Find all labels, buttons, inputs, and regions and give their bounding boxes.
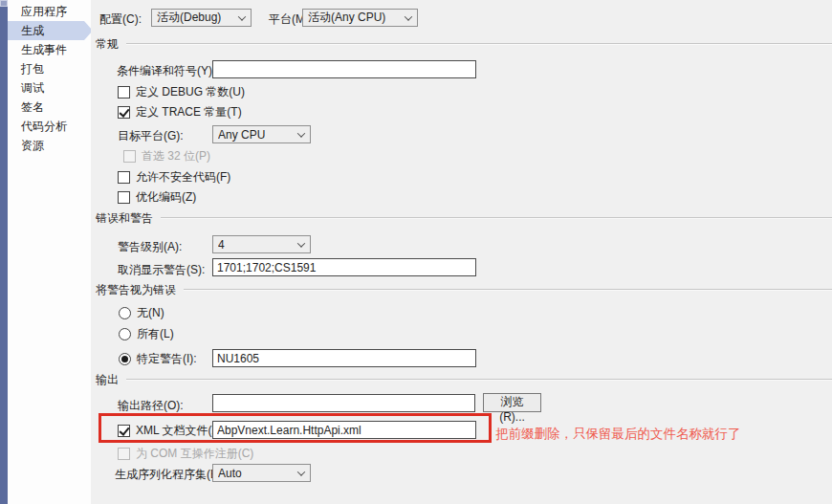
output-path-label: 输出路径(O): <box>118 398 184 414</box>
sidebar-item-resources[interactable]: 资源 <box>8 136 91 155</box>
platform-dropdown-value: 活动(Any CPU) <box>308 10 385 26</box>
chevron-down-icon <box>405 12 412 20</box>
treat-warnings-specific-label: 特定警告(I): <box>137 351 197 367</box>
serialization-assembly-dropdown[interactable]: Auto <box>212 464 311 482</box>
properties-sidebar: 应用程序 生成 生成事件 打包 调试 签名 代码分析 资源 <box>8 0 91 504</box>
configuration-dropdown-value: 活动(Debug) <box>157 10 221 26</box>
chevron-down-icon <box>297 468 305 475</box>
sidebar-item-package[interactable]: 打包 <box>8 59 91 78</box>
xml-doc-input[interactable] <box>212 421 476 439</box>
define-trace-label: 定义 TRACE 常量(T) <box>136 104 242 121</box>
output-path-input[interactable] <box>212 394 475 412</box>
section-errors-warnings-title: 错误和警告 <box>96 210 153 227</box>
specific-warnings-input[interactable] <box>212 349 476 367</box>
treat-warnings-all-radio[interactable]: 所有(L) <box>119 326 174 342</box>
define-trace-checkbox[interactable]: 定义 TRACE 常量(T) <box>118 104 242 121</box>
checkbox-unchecked-icon <box>118 191 130 204</box>
sidebar-item-application[interactable]: 应用程序 <box>8 2 91 21</box>
sidebar-item-build[interactable]: 生成 <box>8 21 84 40</box>
section-general-title: 常规 <box>96 36 119 53</box>
suppress-warnings-label: 取消显示警告(S): <box>118 262 205 278</box>
checkbox-unchecked-icon <box>118 171 130 184</box>
treat-warnings-none-radio[interactable]: 无(N) <box>119 305 164 321</box>
allow-unsafe-label: 允许不安全代码(F) <box>136 169 230 186</box>
define-debug-checkbox[interactable]: 定义 DEBUG 常数(U) <box>118 84 245 100</box>
target-platform-dropdown[interactable]: Any CPU <box>212 125 311 143</box>
allow-unsafe-checkbox[interactable]: 允许不安全代码(F) <box>118 169 230 186</box>
serialization-assembly-label: 生成序列化程序集(E): <box>115 467 225 483</box>
platform-dropdown[interactable]: 活动(Any CPU) <box>302 9 418 27</box>
section-general: 常规 <box>96 37 832 51</box>
xml-doc-checkbox[interactable]: XML 文档文件(X): <box>118 423 227 439</box>
radio-unselected-icon <box>119 307 131 319</box>
section-divider <box>161 217 832 219</box>
target-platform-label: 目标平台(G): <box>118 128 184 144</box>
sidebar-item-signing[interactable]: 签名 <box>8 98 91 117</box>
checkbox-unchecked-icon <box>118 86 130 99</box>
chevron-down-icon <box>238 12 246 20</box>
project-properties-build-page: 应用程序 生成 生成事件 打包 调试 签名 代码分析 资源 配置(C): 活动(… <box>0 0 832 504</box>
target-platform-dropdown-value: Any CPU <box>218 128 265 142</box>
section-errors-warnings: 错误和警告 <box>96 211 832 225</box>
optimize-code-label: 优化编码(Z) <box>136 189 196 206</box>
radio-unselected-icon <box>119 328 131 340</box>
left-accent-strip <box>0 0 8 504</box>
prefer-32bit-label: 首选 32 位(P) <box>142 148 210 164</box>
section-output: 输出 <box>96 373 832 386</box>
sidebar-item-code-analysis[interactable]: 代码分析 <box>8 117 91 136</box>
section-output-title: 输出 <box>96 372 119 388</box>
section-divider <box>126 43 832 45</box>
section-divider <box>184 289 832 291</box>
define-debug-label: 定义 DEBUG 常数(U) <box>136 84 245 100</box>
prefer-32bit-checkbox: 首选 32 位(P) <box>123 148 210 164</box>
checkbox-checked-icon <box>118 106 130 119</box>
sidebar-item-debug[interactable]: 调试 <box>8 78 91 98</box>
com-interop-checkbox: 为 COM 互操作注册(C) <box>118 446 253 462</box>
treat-warnings-all-label: 所有(L) <box>137 326 174 342</box>
annotation-note-text: 把前缀删除，只保留最后的文件名称就行了 <box>495 426 741 443</box>
checkbox-disabled-icon <box>118 448 130 460</box>
warning-level-dropdown[interactable]: 4 <box>212 235 311 253</box>
configuration-dropdown[interactable]: 活动(Debug) <box>151 9 252 27</box>
sidebar-item-build-events[interactable]: 生成事件 <box>8 40 91 59</box>
chevron-down-icon <box>297 239 305 247</box>
com-interop-label: 为 COM 互操作注册(C) <box>136 446 253 462</box>
radio-selected-icon <box>119 353 131 365</box>
section-treat-warnings: 将警告视为错误 <box>96 283 832 296</box>
strip-handle[interactable] <box>0 0 8 7</box>
checkbox-disabled-icon <box>123 150 136 163</box>
treat-warnings-specific-radio[interactable]: 特定警告(I): <box>119 351 197 367</box>
browse-button[interactable]: 浏览(R)... <box>483 393 541 412</box>
conditional-symbols-input[interactable] <box>212 60 476 78</box>
warning-level-label: 警告级别(A): <box>118 239 182 255</box>
optimize-code-checkbox[interactable]: 优化编码(Z) <box>118 189 196 206</box>
serialization-assembly-dropdown-value: Auto <box>218 467 242 480</box>
warning-level-dropdown-value: 4 <box>218 238 225 252</box>
checkbox-checked-icon <box>118 425 130 437</box>
section-treat-warnings-title: 将警告视为错误 <box>96 282 176 298</box>
configuration-label: 配置(C): <box>99 11 142 28</box>
suppress-warnings-input[interactable] <box>212 258 476 276</box>
section-divider <box>126 379 832 381</box>
treat-warnings-none-label: 无(N) <box>137 305 164 321</box>
chevron-down-icon <box>297 129 305 137</box>
conditional-symbols-label: 条件编译和符号(Y): <box>117 63 215 79</box>
